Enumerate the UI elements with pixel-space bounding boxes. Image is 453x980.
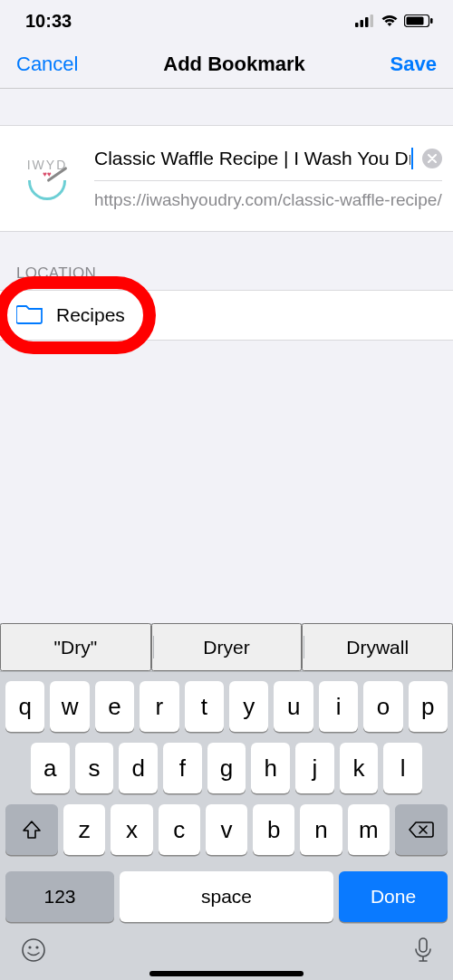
key-numbers[interactable]: 123: [5, 871, 114, 922]
signal-icon: [355, 14, 375, 27]
key-space[interactable]: space: [120, 871, 333, 922]
key-w[interactable]: w: [50, 681, 89, 732]
battery-icon: [404, 14, 433, 27]
bookmark-url: https://iwashyoudry.com/classic-waffle-r…: [94, 190, 442, 210]
wifi-icon: [381, 14, 399, 27]
key-b[interactable]: b: [253, 804, 294, 855]
nav-title: Add Bookmark: [163, 53, 304, 76]
key-i[interactable]: i: [319, 681, 358, 732]
key-o[interactable]: o: [363, 681, 402, 732]
key-y[interactable]: y: [229, 681, 268, 732]
svg-rect-2: [365, 17, 369, 27]
key-r[interactable]: r: [140, 681, 178, 732]
key-t[interactable]: t: [185, 681, 224, 732]
key-s[interactable]: s: [75, 743, 114, 793]
svg-rect-0: [355, 23, 359, 27]
shift-icon: [22, 820, 42, 840]
key-c[interactable]: c: [159, 804, 200, 855]
key-g[interactable]: g: [207, 743, 246, 793]
svg-rect-5: [407, 17, 424, 25]
cancel-button[interactable]: Cancel: [16, 53, 78, 76]
suggestion-1[interactable]: "Dry": [0, 623, 151, 671]
key-q[interactable]: q: [5, 681, 44, 732]
key-k[interactable]: k: [340, 743, 379, 793]
suggestion-2[interactable]: Dryer: [151, 623, 303, 671]
save-button[interactable]: Save: [390, 53, 437, 76]
backspace-icon: [409, 821, 434, 839]
svg-point-7: [23, 939, 44, 961]
folder-icon: [16, 303, 43, 328]
key-h[interactable]: h: [251, 743, 290, 793]
key-e[interactable]: e: [95, 681, 134, 732]
key-v[interactable]: v: [206, 804, 247, 855]
key-done[interactable]: Done: [339, 871, 448, 922]
key-j[interactable]: j: [295, 743, 334, 793]
location-folder-button[interactable]: Recipes: [0, 290, 453, 341]
svg-point-9: [35, 946, 38, 948]
location-section-label: LOCATION: [0, 232, 453, 290]
key-x[interactable]: x: [111, 804, 152, 855]
key-delete[interactable]: [395, 804, 448, 855]
key-d[interactable]: d: [119, 743, 158, 793]
key-z[interactable]: z: [63, 804, 105, 855]
key-f[interactable]: f: [163, 743, 202, 793]
status-time: 10:33: [25, 11, 72, 32]
svg-rect-1: [361, 20, 364, 27]
mic-icon[interactable]: [413, 937, 433, 967]
keyboard: "Dry" Dryer Drywall qwertyuiop asdfghjkl…: [0, 623, 453, 980]
svg-rect-3: [371, 14, 374, 27]
suggestion-3[interactable]: Drywall: [302, 623, 453, 671]
location-folder-name: Recipes: [56, 304, 125, 326]
bookmark-card: IWYD ♥♥ https://iwashyoudry.com/classic-…: [0, 125, 453, 232]
home-indicator[interactable]: [149, 971, 304, 976]
key-m[interactable]: m: [348, 804, 390, 855]
close-icon: [428, 154, 437, 163]
suggestion-bar: "Dry" Dryer Drywall: [0, 623, 453, 672]
key-l[interactable]: l: [383, 743, 422, 793]
site-favicon: IWYD ♥♥: [14, 144, 80, 213]
key-a[interactable]: a: [31, 743, 70, 793]
key-p[interactable]: p: [409, 681, 448, 732]
svg-rect-6: [430, 18, 433, 24]
status-indicators: [355, 14, 433, 27]
clear-title-button[interactable]: [422, 149, 442, 168]
key-u[interactable]: u: [274, 681, 313, 732]
svg-rect-10: [419, 938, 427, 952]
key-shift[interactable]: [5, 804, 58, 855]
bookmark-title-input[interactable]: [94, 148, 413, 169]
svg-point-8: [28, 946, 31, 948]
key-n[interactable]: n: [300, 804, 342, 855]
emoji-icon[interactable]: [20, 937, 47, 967]
